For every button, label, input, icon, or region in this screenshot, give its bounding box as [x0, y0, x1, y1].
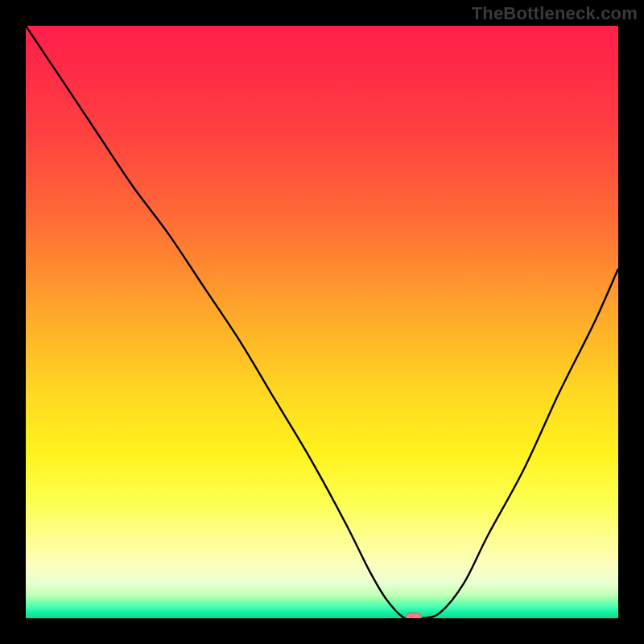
minimum-marker — [406, 613, 422, 618]
bottleneck-curve-path — [26, 26, 618, 618]
curve-svg — [26, 26, 618, 618]
chart-frame: TheBottleneck.com — [0, 0, 644, 644]
plot-area — [26, 26, 618, 618]
watermark-text: TheBottleneck.com — [472, 3, 638, 24]
